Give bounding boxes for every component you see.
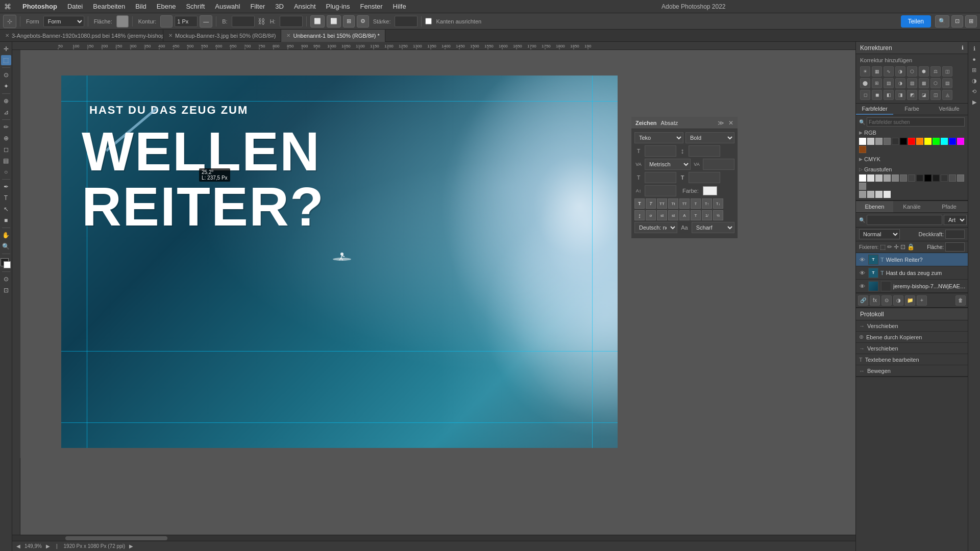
scale-v-input[interactable]: 100% [689,172,720,183]
tab-kanaele[interactable]: Kanäle [893,201,930,212]
absatz-tab[interactable]: Absatz [661,120,678,126]
gswatch-12[interactable] [957,174,964,182]
swatch-red[interactable] [908,138,915,145]
gswatch-9[interactable] [933,174,940,182]
menu-photoshop[interactable]: Photoshop [17,2,62,11]
zeichen-expand-icon[interactable]: ≫ [718,119,724,127]
settings-btn[interactable]: ⚙ [357,15,369,28]
kontur-style-btn[interactable]: — [200,15,212,28]
kontur-color-btn[interactable] [160,15,173,28]
pen-tool[interactable]: ✒ [1,182,11,192]
eraser-tool[interactable]: ◻ [1,144,11,155]
extra-icon-2[interactable]: ◼ [872,90,882,100]
menu-3d[interactable]: 3D [270,2,289,11]
shape-tool[interactable]: ■ [1,215,11,226]
menu-filter[interactable]: Filter [245,2,270,11]
link-layers-btn[interactable]: 🔗 [858,295,868,306]
gradientmap-icon[interactable]: ▤ [942,78,952,88]
layer-style-btn[interactable]: fx [870,295,880,306]
fraction2-btn[interactable]: ½ [713,210,723,220]
crop-tool[interactable]: ⊕ [1,96,11,106]
metrics-select[interactable]: Metrisch [645,159,691,170]
smallcaps-btn[interactable]: T [691,198,701,209]
gswatch-11[interactable] [949,174,956,182]
menu-schrift[interactable]: Schrift [181,2,210,11]
layer-wellen-reiter[interactable]: 👁 T T Wellen Reiter? [856,253,968,266]
tab-2[interactable]: ✕ Mockup-Banner-3.jpg bei 50% (RGB/8#) [163,30,281,42]
font-style-select[interactable]: Bold [685,132,734,143]
dodge-tool[interactable]: ○ [1,167,11,177]
flaeche-color-btn[interactable] [116,15,129,28]
gswatch-8[interactable] [924,174,932,182]
vibrance-icon[interactable]: ⬡ [907,66,917,77]
search-btn[interactable]: 🔍 [935,15,949,28]
teilen-button[interactable]: Teilen [901,15,931,28]
tab-farbfelder[interactable]: Farbfelder [856,104,893,115]
arrange-btn[interactable]: ⊞ [343,15,355,28]
layer-background-image[interactable]: 👁 jeremy-bishop-7...NWjEAE-unsplash [856,280,968,293]
tab-2-close[interactable]: ✕ [168,33,173,38]
selection-tool[interactable]: ⬚ [1,55,11,65]
canvas-container[interactable]: HAST DU DAS ZEUG ZUM WELLEN REITER? 25,2… [20,50,855,535]
exposure-icon[interactable]: ◑ [895,66,905,77]
swatch-charcoal[interactable] [892,138,899,145]
farbfelder-search-input[interactable] [867,117,965,127]
move-tool[interactable]: ✛ [1,44,11,54]
adjustments-icon[interactable]: ◑ [970,76,979,85]
swatch-magenta[interactable] [957,138,964,145]
proto-item-3[interactable]: → Verschieben [856,343,968,354]
font-family-select[interactable]: Teko [634,132,683,143]
strikethrough-btn[interactable]: σ [646,210,656,220]
text-tool[interactable]: T [1,193,11,203]
status-arrow-left[interactable]: ◀ [16,543,20,549]
gswatch-0[interactable] [859,174,866,182]
status-arrow-right[interactable]: ▶ [46,543,50,549]
prevent-artboard-icon[interactable]: ⊡ [900,243,905,251]
horizontal-scrollbar[interactable] [12,535,855,541]
blend-mode-select[interactable]: Normal [859,229,900,239]
gswatch-7[interactable] [916,174,923,182]
proto-item-4[interactable]: T Textebene bearbeiten [856,354,968,365]
leading-input[interactable]: 217 Pt [689,145,720,157]
bold-btn[interactable]: T [634,198,645,209]
apple-logo-icon[interactable]: ⌘ [4,3,11,11]
canvas-area[interactable]: HAST DU DAS ZEUG ZUM WELLEN REITER? 25,2… [12,50,855,535]
upper-btn[interactable]: TT [657,198,667,209]
extra-icon-5[interactable]: ◩ [907,90,917,100]
form-select[interactable]: Form [43,16,84,27]
hand-tool[interactable]: ✋ [1,230,11,240]
zeichen-tab[interactable]: Zeichen [635,120,657,126]
zoom-tool[interactable]: 🔍 [1,241,11,252]
flaeche-input[interactable]: 100% [945,242,965,252]
menu-auswahl[interactable]: Auswahl [210,2,245,11]
tab-1-close[interactable]: ✕ [5,33,9,38]
menu-hilfe[interactable]: Hilfe [388,2,411,11]
arrange-windows-btn[interactable]: ⊡ [951,15,963,28]
swatch-darkgray[interactable] [884,138,891,145]
layers-icon[interactable]: ⊞ [970,65,979,74]
swatch-blue[interactable] [949,138,956,145]
add-layer-btn[interactable]: + [917,295,927,306]
font-size-input[interactable]: 255 Pt [645,145,676,157]
gswatch-6[interactable] [908,174,915,182]
gswatch-4[interactable] [892,174,899,182]
italic-btn[interactable]: T [646,198,656,209]
swatch-cyan[interactable] [941,138,948,145]
menu-bild[interactable]: Bild [130,2,152,11]
brightness-icon[interactable]: ☀ [860,66,870,77]
swatch-brown[interactable] [859,146,866,153]
h-input[interactable]: 0 Px [280,16,303,27]
extra-icon-7[interactable]: ◫ [930,90,941,100]
proto-item-2[interactable]: ⊕ Ebene durch Kopieren [856,332,968,343]
add-group-btn[interactable]: 📁 [905,295,915,306]
extra-icon-3[interactable]: ◧ [884,90,894,100]
colorlookup-icon[interactable]: ▤ [884,78,894,88]
actions-icon[interactable]: ▶ [970,97,979,107]
layer-hast-du[interactable]: 👁 T T Hast du das zeug zum [856,266,968,280]
colorbalance-icon[interactable]: ⚖ [930,66,941,77]
ebenen-type-select[interactable]: Art [944,215,967,225]
korrekturen-info-icon[interactable]: ℹ [962,45,964,51]
menu-fenster[interactable]: Fenster [355,2,388,11]
quick-mask-tool[interactable]: ⊙ [1,274,11,284]
channelmixer-icon[interactable]: ⊞ [872,78,882,88]
